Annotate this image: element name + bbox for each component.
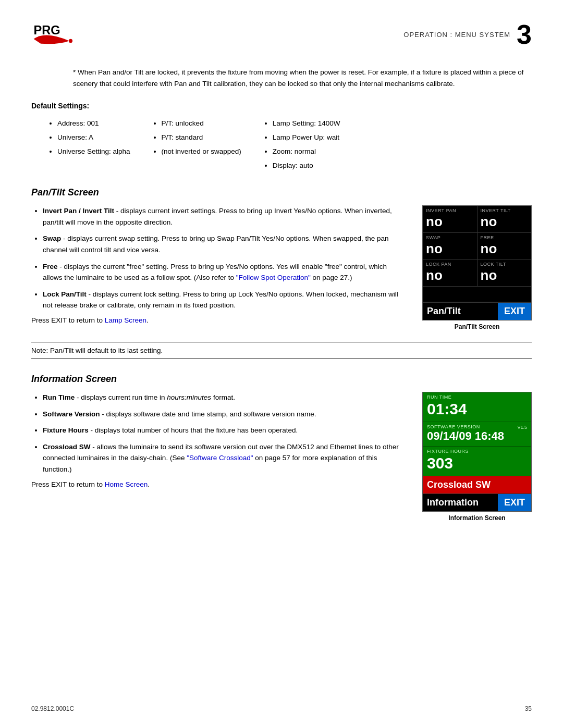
chapter-label-text: Operation : Menu System [403, 31, 510, 39]
list-item: Invert Pan / Invert Tilt - displays curr… [43, 205, 407, 228]
pan-tilt-screen-caption: Pan/Tilt Screen [422, 323, 532, 330]
pan-tilt-heading: Pan/Tilt Screen [31, 187, 532, 198]
default-col-3-list: Lamp Setting: 1400W Lamp Power Up: wait … [262, 116, 340, 172]
list-item: P/T: standard [162, 130, 241, 144]
pan-tilt-content: Invert Pan / Invert Tilt - displays curr… [31, 205, 532, 331]
information-text: Run Time - displays current run time in … [31, 392, 407, 522]
default-col-1-list: Address: 001 Universe: A Universe Settin… [47, 116, 130, 158]
information-ui-panel: Run Time 01:34 Software Version V1.5 09/… [422, 392, 532, 522]
bullet-rest: - displays current run time in hours:min… [75, 393, 235, 401]
list-item: P/T: unlocked [162, 116, 241, 130]
list-item: Lamp Power Up: wait [273, 130, 340, 144]
bullet-rest: - displays current lock setting. Press t… [43, 290, 398, 310]
bullet-rest: - displays total number of hours that th… [89, 426, 298, 434]
lamp-screen-link[interactable]: Lamp Screen [105, 316, 146, 324]
information-content: Run Time - displays current run time in … [31, 392, 532, 522]
ui-row-2: Swap no Free no [423, 233, 531, 260]
bullet-label: Run Time [43, 393, 75, 401]
sw-version-label: Software Version [427, 424, 527, 429]
run-time-value: 01:34 [427, 400, 527, 418]
default-col-1: Address: 001 Universe: A Universe Settin… [47, 116, 130, 172]
fixture-hours-label: Fixture Hours [427, 449, 527, 454]
invert-tilt-label: Invert Tilt [481, 208, 529, 213]
fixture-hours-value: 303 [427, 454, 527, 473]
bullet-rest: - allows the luminaire to send its softw… [43, 443, 399, 473]
bullet-rest: - displays software date and time stamp,… [100, 410, 316, 418]
pan-tilt-ui-panel: Invert Pan no Invert Tilt no Swap no [422, 205, 532, 331]
list-item: Lamp Setting: 1400W [273, 116, 340, 130]
list-item: Fixture Hours - displays total number of… [43, 425, 407, 436]
crossload-sw-button[interactable]: Crossload SW [423, 476, 531, 493]
intro-note: * When Pan and/or Tilt are locked, it pr… [31, 67, 532, 89]
press-exit-info: Press EXIT to return to Home Screen. [31, 480, 407, 488]
lock-pan-cell[interactable]: Lock Pan no [423, 260, 478, 287]
bullet-label: Fixture Hours [43, 426, 89, 434]
run-time-label: Run Time [427, 394, 527, 400]
default-settings-section: Default Settings: Address: 001 Universe:… [31, 102, 532, 172]
list-item: Universe: A [57, 130, 130, 144]
chapter-label: Operation : Menu System [403, 31, 510, 39]
software-crossload-link[interactable]: "Software Crossload" [187, 454, 253, 462]
default-settings-label: Default Settings: [31, 102, 532, 110]
note-text: Note: Pan/Tilt will default to its last … [31, 347, 163, 354]
lock-tilt-label: Lock Tilt [481, 262, 529, 267]
pan-tilt-screen-label: Pan/Tilt [423, 303, 498, 320]
ui-row-1: Invert Pan no Invert Tilt no [423, 206, 531, 233]
information-heading: Information Screen [31, 374, 532, 385]
bullet-rest: - displays the current "free" setting. P… [43, 263, 387, 282]
swap-cell[interactable]: Swap no [423, 233, 478, 260]
lock-tilt-cell[interactable]: Lock Tilt no [478, 260, 532, 287]
information-exit-button[interactable]: EXIT [498, 494, 531, 511]
chapter-number: 3 [517, 21, 532, 48]
home-screen-link[interactable]: Home Screen [105, 480, 148, 488]
lock-pan-value: no [426, 268, 474, 283]
intro-note-text: * When Pan and/or Tilt are locked, it pr… [73, 68, 523, 88]
bullet-label: Lock Pan/Tilt [43, 290, 87, 298]
bullet-label: Software Version [43, 410, 100, 418]
invert-tilt-value: no [481, 214, 529, 229]
information-section: Information Screen Run Time - displays c… [31, 374, 532, 522]
pan-tilt-bullet-list: Invert Pan / Invert Tilt - displays curr… [31, 205, 407, 311]
pan-tilt-section: Pan/Tilt Screen Invert Pan / Invert Tilt… [31, 187, 532, 359]
press-exit-text: Press EXIT to return to [31, 480, 105, 488]
bullet-label: Crossload SW [43, 443, 91, 451]
fixture-hours-block[interactable]: Fixture Hours 303 [423, 446, 531, 476]
pan-tilt-exit-button[interactable]: EXIT [498, 303, 531, 320]
free-value: no [481, 241, 529, 256]
sw-version-badge: V1.5 [517, 425, 527, 430]
page-footer: 02.9812.0001C 35 [31, 705, 532, 712]
list-item: (not inverted or swapped) [162, 144, 241, 158]
swap-value: no [426, 241, 474, 256]
default-col-2: P/T: unlocked P/T: standard (not inverte… [151, 116, 241, 172]
ui-bottom-bar: Pan/Tilt EXIT [423, 302, 531, 320]
bullet-label: Free [43, 263, 58, 270]
list-item: Lock Pan/Tilt - displays current lock se… [43, 289, 407, 311]
press-exit-pantilt: Press EXIT to return to Lamp Screen. [31, 316, 407, 324]
invert-pan-cell[interactable]: Invert Pan no [423, 206, 478, 233]
page-header: PRG Operation : Menu System 3 [31, 21, 532, 51]
prg-logo: PRG [31, 21, 83, 50]
invert-tilt-cell[interactable]: Invert Tilt no [478, 206, 532, 233]
page: PRG Operation : Menu System 3 * When Pan… [0, 0, 563, 728]
info-bottom-bar: Information EXIT [423, 493, 531, 511]
ui-row-3: Lock Pan no Lock Tilt no [423, 260, 531, 287]
invert-pan-label: Invert Pan [426, 208, 474, 213]
free-cell[interactable]: Free no [478, 233, 532, 260]
list-item: Free - displays the current "free" setti… [43, 261, 407, 283]
list-item: Crossload SW - allows the luminaire to s… [43, 441, 407, 475]
logo-area: PRG [31, 21, 94, 51]
list-item: Run Time - displays current run time in … [43, 392, 407, 403]
list-item: Address: 001 [57, 116, 130, 130]
list-item: Display: auto [273, 158, 340, 172]
software-version-block[interactable]: Software Version V1.5 09/14/09 16:48 [423, 422, 531, 446]
run-time-block[interactable]: Run Time 01:34 [423, 392, 531, 422]
invert-pan-value: no [426, 214, 474, 229]
ui-spacer [423, 287, 531, 302]
information-bullet-list: Run Time - displays current run time in … [31, 392, 407, 475]
free-label: Free [481, 235, 529, 240]
lock-pan-label: Lock Pan [426, 262, 474, 267]
lock-tilt-value: no [481, 268, 529, 283]
note-box: Note: Pan/Tilt will default to its last … [31, 342, 532, 359]
follow-spot-link[interactable]: "Follow Spot Operation" [236, 274, 311, 281]
svg-text:PRG: PRG [34, 23, 60, 37]
